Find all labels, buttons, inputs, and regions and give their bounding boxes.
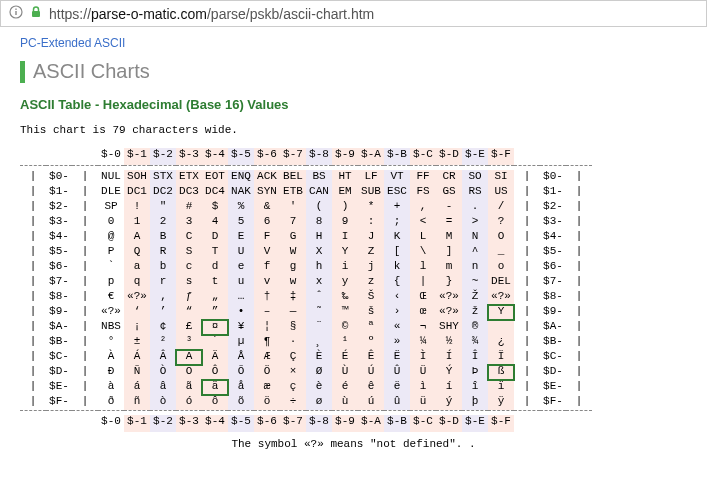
col-header: $-0 bbox=[98, 148, 124, 166]
row-sep: | bbox=[20, 200, 46, 215]
ascii-cell: B bbox=[150, 230, 176, 245]
ascii-cell: , bbox=[410, 200, 436, 215]
ascii-cell: / bbox=[488, 200, 514, 215]
ascii-cell: Š bbox=[358, 290, 384, 305]
ascii-cell: Ä bbox=[202, 350, 228, 365]
col-header: $-2 bbox=[150, 415, 176, 432]
ascii-cell: » bbox=[384, 335, 410, 350]
ascii-cell: ¸ bbox=[306, 335, 332, 350]
row-label: $C- bbox=[540, 350, 566, 365]
row-sep: | bbox=[72, 170, 98, 185]
page-title: ASCII Charts bbox=[20, 60, 687, 83]
row-sep: | bbox=[514, 275, 540, 290]
ascii-cell: ã bbox=[176, 380, 202, 395]
ascii-cell: A bbox=[124, 230, 150, 245]
ascii-cell: DLE bbox=[98, 185, 124, 200]
row-sep: | bbox=[514, 305, 540, 320]
row-sep: | bbox=[566, 380, 592, 395]
ascii-cell: É bbox=[332, 350, 358, 365]
ascii-cell: ACK bbox=[254, 170, 280, 185]
ascii-cell: f bbox=[254, 260, 280, 275]
ascii-cell: ù bbox=[332, 395, 358, 411]
ascii-cell: Y bbox=[332, 245, 358, 260]
ascii-cell: V bbox=[254, 245, 280, 260]
footnote: The symbol «?» means "not defined". . bbox=[20, 438, 687, 452]
col-header: $-7 bbox=[280, 415, 306, 432]
row-sep: | bbox=[566, 350, 592, 365]
ascii-cell: Ò bbox=[150, 365, 176, 380]
row-sep: | bbox=[72, 335, 98, 350]
ascii-cell: EOT bbox=[202, 170, 228, 185]
ascii-cell: ÷ bbox=[280, 395, 306, 411]
ascii-cell: â bbox=[150, 380, 176, 395]
row-sep: | bbox=[20, 395, 46, 411]
ascii-cell: > bbox=[462, 215, 488, 230]
row-sep: | bbox=[20, 185, 46, 200]
ascii-cell: t bbox=[202, 275, 228, 290]
ascii-cell: c bbox=[176, 260, 202, 275]
ascii-cell: ¿ bbox=[488, 335, 514, 350]
row-sep: | bbox=[20, 260, 46, 275]
row-sep: | bbox=[566, 200, 592, 215]
ascii-cell: s bbox=[176, 275, 202, 290]
ascii-cell: ^ bbox=[462, 245, 488, 260]
ascii-cell: ´ bbox=[202, 335, 228, 350]
row-sep: | bbox=[72, 365, 98, 380]
row-label: $2- bbox=[540, 200, 566, 215]
row-sep: | bbox=[20, 275, 46, 290]
row-label: $E- bbox=[46, 380, 72, 395]
ascii-cell: ê bbox=[358, 380, 384, 395]
ascii-cell: ! bbox=[124, 200, 150, 215]
ascii-cell: DEL bbox=[488, 275, 514, 290]
row-label: $5- bbox=[540, 245, 566, 260]
ascii-cell: ° bbox=[98, 335, 124, 350]
ascii-cell: Ó bbox=[176, 365, 202, 380]
row-label: $A- bbox=[46, 320, 72, 335]
ascii-cell: SYN bbox=[254, 185, 280, 200]
row-sep: | bbox=[20, 170, 46, 185]
ascii-cell: @ bbox=[98, 230, 124, 245]
ascii-cell: SI bbox=[488, 170, 514, 185]
col-header: $-A bbox=[358, 148, 384, 166]
ascii-cell: k bbox=[384, 260, 410, 275]
ascii-cell: ü bbox=[410, 395, 436, 411]
row-label: $0- bbox=[46, 170, 72, 185]
ascii-cell: ë bbox=[384, 380, 410, 395]
ascii-cell: è bbox=[306, 380, 332, 395]
row-label: $2- bbox=[46, 200, 72, 215]
ascii-cell: µ bbox=[228, 335, 254, 350]
ascii-cell: «?» bbox=[98, 305, 124, 320]
address-bar[interactable]: https://parse-o-matic.com/parse/pskb/asc… bbox=[0, 0, 707, 27]
ascii-cell: € bbox=[98, 290, 124, 305]
lock-icon bbox=[29, 5, 43, 22]
ascii-cell: Ë bbox=[384, 350, 410, 365]
ascii-cell: ó bbox=[176, 395, 202, 411]
ascii-cell: FF bbox=[410, 170, 436, 185]
ascii-cell: STX bbox=[150, 170, 176, 185]
ascii-cell: 6 bbox=[254, 215, 280, 230]
ascii-cell: ž bbox=[462, 305, 488, 320]
ascii-cell: ª bbox=[358, 320, 384, 335]
ascii-cell: E bbox=[228, 230, 254, 245]
row-sep: | bbox=[566, 185, 592, 200]
ascii-cell: ï bbox=[488, 380, 514, 395]
ascii-cell: ø bbox=[306, 395, 332, 411]
ascii-cell: ÿ bbox=[488, 395, 514, 411]
ascii-cell: ñ bbox=[124, 395, 150, 411]
row-sep: | bbox=[514, 230, 540, 245]
ascii-cell: K bbox=[384, 230, 410, 245]
row-sep: | bbox=[514, 335, 540, 350]
ascii-cell: é bbox=[332, 380, 358, 395]
section-heading: ASCII Table - Hexadecimal (Base 16) Valu… bbox=[20, 97, 687, 112]
col-header: $-7 bbox=[280, 148, 306, 166]
ascii-cell: ETX bbox=[176, 170, 202, 185]
ascii-cell: ; bbox=[384, 215, 410, 230]
extended-ascii-link[interactable]: PC-Extended ASCII bbox=[20, 36, 125, 50]
ascii-cell: È bbox=[306, 350, 332, 365]
ascii-cell: ¤ bbox=[202, 320, 228, 335]
row-sep: | bbox=[514, 170, 540, 185]
col-header: $-E bbox=[462, 148, 488, 166]
ascii-cell: Ø bbox=[306, 365, 332, 380]
ascii-cell: î bbox=[462, 380, 488, 395]
ascii-cell: FS bbox=[410, 185, 436, 200]
